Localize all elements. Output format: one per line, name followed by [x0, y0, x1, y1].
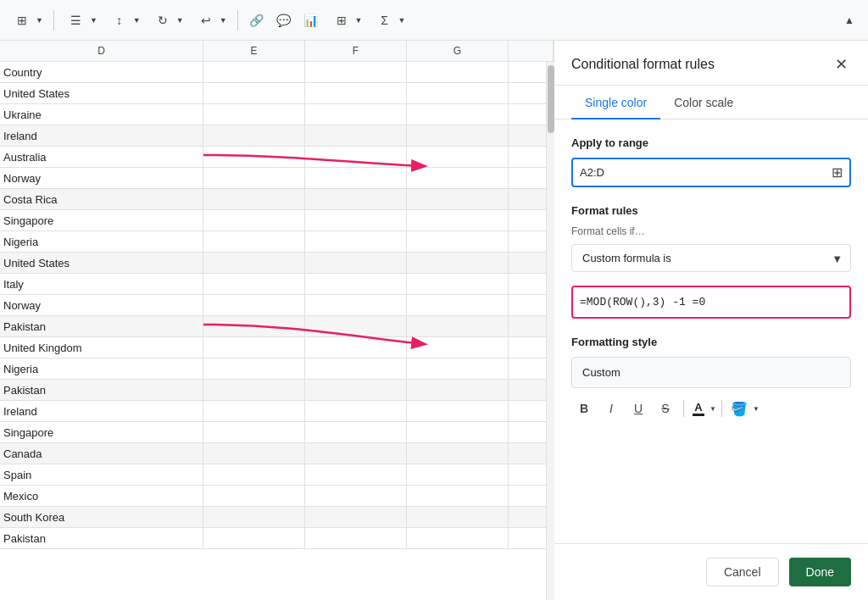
chart-btn[interactable]: 📊	[299, 8, 323, 32]
cell[interactable]	[407, 147, 509, 167]
cell[interactable]	[305, 83, 407, 103]
cell[interactable]	[305, 337, 407, 358]
close-button[interactable]: ✕	[831, 54, 851, 75]
cell[interactable]	[203, 274, 305, 294]
cell[interactable]	[203, 528, 305, 548]
cell[interactable]	[203, 104, 305, 125]
cell[interactable]	[407, 464, 509, 485]
underline-button[interactable]: U	[626, 397, 651, 420]
cell[interactable]: Singapore	[0, 210, 203, 231]
cell[interactable]	[203, 295, 305, 315]
cancel-button[interactable]: Cancel	[706, 558, 779, 586]
cell[interactable]	[305, 62, 407, 82]
align-btn[interactable]: ☰	[64, 8, 88, 32]
cell[interactable]	[203, 83, 305, 103]
cell[interactable]	[305, 486, 407, 506]
cell[interactable]: Mexico	[0, 486, 203, 506]
cell[interactable]	[203, 125, 305, 146]
text-color-arrow[interactable]: ▼	[709, 405, 716, 413]
cell[interactable]	[305, 401, 407, 421]
grid-range-icon[interactable]: ⊞	[832, 164, 843, 181]
cell[interactable]	[203, 422, 305, 442]
cell[interactable]: Pakistan	[0, 316, 203, 336]
cell[interactable]: United States	[0, 83, 203, 103]
cell[interactable]: Australia	[0, 147, 203, 167]
cell[interactable]	[203, 147, 305, 167]
cell[interactable]	[203, 358, 305, 379]
cell[interactable]	[203, 62, 305, 82]
done-button[interactable]: Done	[789, 558, 851, 586]
cell[interactable]: Ukraine	[0, 104, 203, 125]
cell[interactable]	[407, 443, 509, 464]
cell[interactable]	[305, 380, 407, 400]
cell[interactable]: Nigeria	[0, 231, 203, 252]
cell[interactable]	[305, 358, 407, 379]
cell[interactable]	[203, 380, 305, 400]
scrollbar-thumb[interactable]	[548, 65, 554, 133]
cell[interactable]: Canada	[0, 443, 203, 464]
cell[interactable]: Ireland	[0, 125, 203, 146]
cell[interactable]	[407, 295, 509, 315]
cell[interactable]	[305, 147, 407, 167]
cell[interactable]	[407, 380, 509, 400]
cell[interactable]	[407, 83, 509, 103]
cell[interactable]	[407, 274, 509, 294]
sum-btn[interactable]: Σ	[373, 8, 397, 32]
cell[interactable]	[407, 104, 509, 125]
formula-input[interactable]	[580, 289, 843, 315]
cell[interactable]	[305, 168, 407, 188]
filter-btn[interactable]: ⊞	[330, 8, 353, 32]
cell[interactable]: South Korea	[0, 507, 203, 527]
cell[interactable]	[203, 401, 305, 421]
cell[interactable]	[203, 507, 305, 527]
cell[interactable]	[407, 189, 509, 209]
fill-color-arrow[interactable]: ▼	[753, 405, 760, 413]
cell[interactable]	[305, 274, 407, 294]
cell[interactable]	[407, 486, 509, 506]
cell[interactable]	[407, 62, 509, 82]
collapse-btn[interactable]: ▲	[837, 8, 861, 32]
cell[interactable]	[203, 316, 305, 336]
cell[interactable]	[203, 464, 305, 485]
cell[interactable]	[407, 358, 509, 379]
condition-dropdown[interactable]: Custom formula is	[571, 244, 851, 272]
cell[interactable]: Country	[0, 62, 203, 82]
text-color-button[interactable]: A	[689, 397, 708, 420]
cell[interactable]	[305, 210, 407, 231]
cell[interactable]	[305, 316, 407, 336]
cell[interactable]: Spain	[0, 464, 203, 485]
range-input[interactable]	[580, 161, 832, 184]
cell[interactable]	[305, 507, 407, 527]
cell[interactable]	[305, 231, 407, 252]
cell[interactable]	[407, 337, 509, 358]
cell[interactable]: Ireland	[0, 401, 203, 421]
rotate-btn[interactable]: ↻	[151, 8, 175, 32]
cell[interactable]: Pakistan	[0, 380, 203, 400]
cell[interactable]: Costa Rica	[0, 189, 203, 209]
cell[interactable]	[407, 231, 509, 252]
italic-button[interactable]: I	[598, 397, 624, 420]
cell[interactable]: Norway	[0, 295, 203, 315]
cell[interactable]	[203, 337, 305, 358]
cell[interactable]	[305, 422, 407, 442]
cell[interactable]	[305, 189, 407, 209]
cell[interactable]	[305, 125, 407, 146]
cell[interactable]: Norway	[0, 168, 203, 188]
cell[interactable]	[407, 253, 509, 273]
tab-color-scale[interactable]: Color scale	[660, 86, 747, 119]
cell[interactable]: United Kingdom	[0, 337, 203, 358]
link-btn[interactable]: 🔗	[245, 8, 269, 32]
wrap-btn[interactable]: ↩	[194, 8, 218, 32]
cell[interactable]	[305, 443, 407, 464]
cell[interactable]	[407, 507, 509, 527]
cell[interactable]	[305, 464, 407, 485]
cell[interactable]	[203, 486, 305, 506]
cell[interactable]	[305, 253, 407, 273]
scrollbar[interactable]	[546, 62, 554, 600]
cell[interactable]	[407, 401, 509, 421]
cell[interactable]	[407, 316, 509, 336]
cell[interactable]: Singapore	[0, 422, 203, 442]
cell[interactable]	[203, 231, 305, 252]
cell[interactable]	[203, 443, 305, 464]
cell[interactable]: United States	[0, 253, 203, 273]
